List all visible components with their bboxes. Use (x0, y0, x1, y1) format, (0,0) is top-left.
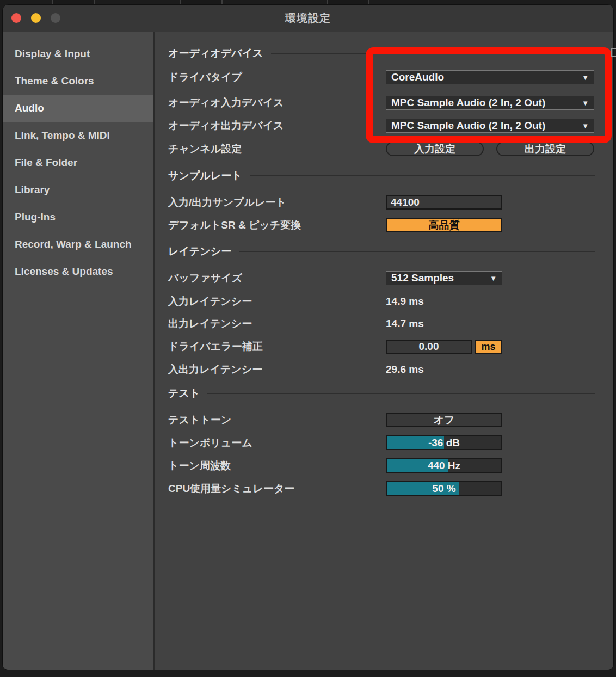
audio-input-device-value: MPC Sample Audio (2 In, 2 Out) (391, 97, 578, 109)
test-tone-label: テストトーン (168, 413, 231, 427)
buffer-size-dropdown[interactable]: 512 Samples ▼ (386, 271, 502, 285)
tone-frequency-label: トーン周波数 (168, 458, 231, 473)
sidebar-item-record-warp-launch[interactable]: Record, Warp & Launch (3, 231, 153, 258)
driver-type-dropdown[interactable]: CoreAudio ▼ (386, 70, 594, 84)
test-tone-toggle[interactable]: オフ (386, 413, 502, 427)
driver-error-compensation-label: ドライバエラー補正 (168, 340, 263, 354)
driver-error-compensation-field[interactable]: 0.00 (386, 340, 472, 354)
channel-config-label: チャンネル設定 (168, 141, 242, 156)
cpu-usage-simulator-label: CPU使用量シミュレーター (168, 481, 294, 496)
section-rule (207, 393, 595, 394)
audio-settings-panel: オーディオデバイス ドライバタイプ CoreAudio ▼ オーディオ入力デバイ… (153, 32, 613, 670)
buffer-size-label: バッファサイズ (168, 271, 242, 285)
sr-pitch-conversion-label: デフォルトSR & ピッチ変換 (168, 218, 301, 232)
window-title: 環境設定 (3, 5, 613, 32)
chevron-down-icon: ▼ (582, 122, 589, 130)
sr-pitch-conversion-toggle[interactable]: 高品質 (386, 218, 502, 232)
audio-input-device-dropdown[interactable]: MPC Sample Audio (2 In, 2 Out) ▼ (386, 96, 594, 110)
audio-output-device-label: オーディオ出力デバイス (168, 119, 284, 133)
sidebar-item-link-tempo-midi[interactable]: Link, Tempo & MIDI (3, 122, 153, 149)
input-latency-label: 入力レイテンシー (168, 294, 252, 309)
io-sample-rate-label: 入力/出力サンプルレート (168, 195, 286, 210)
preferences-sidebar: Display & Input Theme & Colors Audio Lin… (3, 32, 153, 670)
driver-type-value: CoreAudio (391, 71, 578, 83)
tone-volume-value: -36 dB (387, 436, 501, 449)
overall-latency-label: 入出力レイテンシー (168, 362, 262, 377)
audio-input-device-label: オーディオ入力デバイス (168, 96, 284, 110)
cpu-usage-simulator-slider[interactable]: 50 % (386, 481, 502, 496)
section-header-latency: レイテンシー (168, 245, 595, 258)
section-header-test: テスト (168, 387, 595, 400)
section-header-sample-rate: サンプルレート (168, 169, 595, 182)
tone-frequency-slider[interactable]: 440 Hz (386, 458, 502, 473)
section-rule (250, 175, 595, 176)
preferences-window: 環境設定 Display & Input Theme & Colors Audi… (2, 4, 614, 670)
output-latency-value: 14.7 ms (386, 317, 424, 331)
tone-frequency-value: 440 Hz (387, 459, 501, 472)
section-title: レイテンシー (168, 244, 231, 259)
section-header-audio-device: オーディオデバイス (168, 47, 595, 60)
cpu-usage-simulator-value: 50 % (387, 482, 501, 495)
sidebar-item-plug-ins[interactable]: Plug-Ins (3, 204, 153, 231)
section-title: テスト (168, 386, 200, 401)
section-rule (271, 53, 595, 54)
sidebar-item-file-folder[interactable]: File & Folder (3, 149, 153, 176)
background-window-fragment (611, 48, 616, 57)
sidebar-item-audio[interactable]: Audio (3, 95, 153, 122)
tone-volume-label: トーンボリューム (168, 435, 252, 450)
titlebar[interactable]: 環境設定 (3, 5, 613, 32)
io-sample-rate-value: 44100 (391, 196, 420, 208)
audio-output-device-value: MPC Sample Audio (2 In, 2 Out) (391, 120, 578, 132)
sidebar-item-library[interactable]: Library (3, 176, 153, 204)
chevron-down-icon: ▼ (582, 73, 589, 82)
driver-error-compensation-unit: ms (475, 340, 502, 354)
audio-output-device-dropdown[interactable]: MPC Sample Audio (2 In, 2 Out) ▼ (386, 119, 594, 133)
input-config-button[interactable]: 入力設定 (386, 141, 484, 156)
output-latency-label: 出力レイテンシー (168, 317, 252, 331)
test-tone-value: オフ (434, 413, 455, 427)
sidebar-item-display-input[interactable]: Display & Input (3, 40, 153, 67)
overall-latency-value: 29.6 ms (386, 362, 424, 377)
section-title: サンプルレート (168, 169, 242, 183)
buffer-size-value: 512 Samples (391, 272, 486, 284)
chevron-down-icon: ▼ (582, 99, 589, 107)
driver-type-label: ドライバタイプ (168, 70, 242, 84)
sidebar-item-licenses-updates[interactable]: Licenses & Updates (3, 258, 153, 285)
sidebar-item-theme-colors[interactable]: Theme & Colors (3, 67, 153, 95)
io-sample-rate-field[interactable]: 44100 (386, 195, 502, 210)
section-title: オーディオデバイス (168, 46, 263, 60)
section-rule (239, 251, 595, 252)
input-latency-value: 14.9 ms (386, 294, 424, 309)
output-config-button[interactable]: 出力設定 (496, 141, 594, 156)
chevron-down-icon: ▼ (490, 274, 497, 282)
tone-volume-slider[interactable]: -36 dB (386, 435, 502, 450)
driver-error-compensation-value: 0.00 (419, 341, 439, 353)
